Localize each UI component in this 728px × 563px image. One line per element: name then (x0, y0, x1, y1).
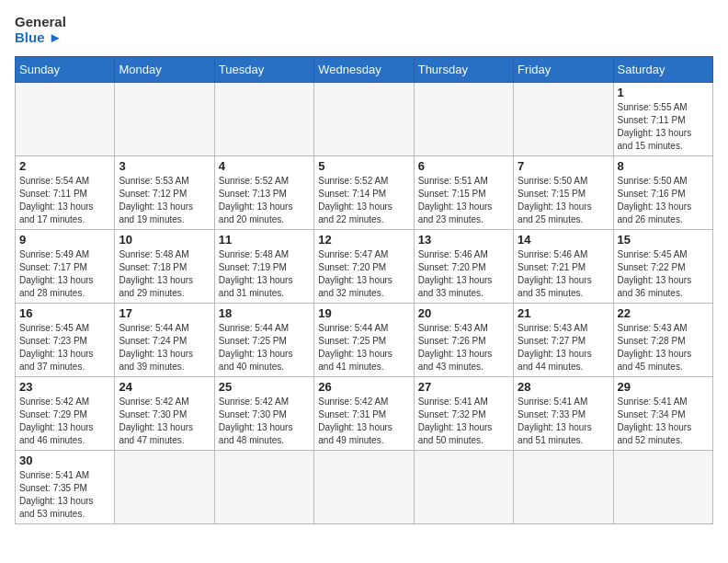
day-info: Sunrise: 5:48 AM Sunset: 7:18 PM Dayligh… (119, 248, 210, 300)
calendar-cell: 7Sunrise: 5:50 AM Sunset: 7:15 PM Daylig… (514, 156, 613, 230)
calendar-cell: 25Sunrise: 5:42 AM Sunset: 7:30 PM Dayli… (214, 377, 313, 451)
calendar-cell: 18Sunrise: 5:44 AM Sunset: 7:25 PM Dayli… (214, 304, 313, 377)
calendar-cell (16, 83, 115, 156)
day-number: 15 (618, 233, 709, 247)
calendar-cell: 13Sunrise: 5:46 AM Sunset: 7:20 PM Dayli… (414, 230, 513, 304)
day-number: 17 (119, 306, 210, 320)
day-info: Sunrise: 5:43 AM Sunset: 7:26 PM Dayligh… (418, 322, 509, 373)
day-number: 9 (19, 233, 110, 247)
calendar-cell: 14Sunrise: 5:46 AM Sunset: 7:21 PM Dayli… (514, 230, 613, 304)
calendar-cell: 21Sunrise: 5:43 AM Sunset: 7:27 PM Dayli… (514, 304, 613, 377)
calendar-cell (214, 83, 313, 156)
day-info: Sunrise: 5:46 AM Sunset: 7:20 PM Dayligh… (418, 248, 509, 300)
day-number: 2 (19, 159, 110, 173)
day-info: Sunrise: 5:43 AM Sunset: 7:27 PM Dayligh… (518, 322, 609, 373)
logo-general: General (15, 15, 66, 30)
weekday-header-saturday: Saturday (613, 57, 712, 83)
day-info: Sunrise: 5:53 AM Sunset: 7:12 PM Dayligh… (119, 175, 210, 226)
day-number: 8 (618, 159, 709, 173)
day-number: 30 (19, 454, 110, 467)
week-row: 1Sunrise: 5:55 AM Sunset: 7:11 PM Daylig… (16, 83, 713, 156)
calendar-cell (115, 451, 214, 524)
calendar-cell: 23Sunrise: 5:42 AM Sunset: 7:29 PM Dayli… (16, 377, 115, 451)
calendar-cell (414, 83, 513, 156)
calendar-cell: 6Sunrise: 5:51 AM Sunset: 7:15 PM Daylig… (414, 156, 513, 230)
calendar: SundayMondayTuesdayWednesdayThursdayFrid… (15, 56, 713, 524)
weekday-header-sunday: Sunday (16, 57, 115, 83)
calendar-cell: 11Sunrise: 5:48 AM Sunset: 7:19 PM Dayli… (214, 230, 313, 304)
week-row: 16Sunrise: 5:45 AM Sunset: 7:23 PM Dayli… (16, 304, 713, 377)
day-info: Sunrise: 5:42 AM Sunset: 7:29 PM Dayligh… (19, 396, 110, 447)
day-number: 12 (318, 233, 409, 247)
calendar-cell (115, 83, 214, 156)
day-info: Sunrise: 5:50 AM Sunset: 7:15 PM Dayligh… (518, 175, 609, 226)
day-info: Sunrise: 5:42 AM Sunset: 7:31 PM Dayligh… (318, 396, 409, 447)
day-info: Sunrise: 5:41 AM Sunset: 7:34 PM Dayligh… (618, 396, 709, 447)
day-number: 7 (518, 159, 609, 173)
logo-container: General Blue ► (15, 15, 66, 45)
calendar-cell: 10Sunrise: 5:48 AM Sunset: 7:18 PM Dayli… (115, 230, 214, 304)
day-info: Sunrise: 5:42 AM Sunset: 7:30 PM Dayligh… (119, 396, 210, 447)
calendar-cell: 15Sunrise: 5:45 AM Sunset: 7:22 PM Dayli… (613, 230, 712, 304)
day-number: 22 (618, 306, 709, 320)
logo: General Blue ► (15, 15, 66, 45)
day-number: 21 (518, 306, 609, 320)
day-number: 10 (119, 233, 210, 247)
calendar-cell: 20Sunrise: 5:43 AM Sunset: 7:26 PM Dayli… (414, 304, 513, 377)
calendar-cell (514, 451, 613, 524)
weekday-header-wednesday: Wednesday (314, 57, 414, 83)
day-info: Sunrise: 5:44 AM Sunset: 7:25 PM Dayligh… (219, 322, 310, 373)
day-number: 16 (19, 306, 110, 320)
day-info: Sunrise: 5:45 AM Sunset: 7:23 PM Dayligh… (19, 322, 110, 373)
calendar-cell (613, 451, 712, 524)
calendar-cell: 4Sunrise: 5:52 AM Sunset: 7:13 PM Daylig… (214, 156, 313, 230)
calendar-cell: 3Sunrise: 5:53 AM Sunset: 7:12 PM Daylig… (115, 156, 214, 230)
day-info: Sunrise: 5:43 AM Sunset: 7:28 PM Dayligh… (618, 322, 709, 373)
calendar-cell: 19Sunrise: 5:44 AM Sunset: 7:25 PM Dayli… (314, 304, 414, 377)
day-number: 1 (618, 86, 709, 99)
week-row: 9Sunrise: 5:49 AM Sunset: 7:17 PM Daylig… (16, 230, 713, 304)
day-info: Sunrise: 5:46 AM Sunset: 7:21 PM Dayligh… (518, 248, 609, 300)
day-info: Sunrise: 5:44 AM Sunset: 7:24 PM Dayligh… (119, 322, 210, 373)
weekday-header-thursday: Thursday (414, 57, 513, 83)
day-info: Sunrise: 5:54 AM Sunset: 7:11 PM Dayligh… (19, 175, 110, 226)
calendar-cell (414, 451, 513, 524)
week-row: 2Sunrise: 5:54 AM Sunset: 7:11 PM Daylig… (16, 156, 713, 230)
day-number: 27 (418, 380, 509, 394)
calendar-cell: 5Sunrise: 5:52 AM Sunset: 7:14 PM Daylig… (314, 156, 414, 230)
day-number: 11 (219, 233, 310, 247)
day-number: 29 (618, 380, 709, 394)
calendar-cell: 8Sunrise: 5:50 AM Sunset: 7:16 PM Daylig… (613, 156, 712, 230)
day-info: Sunrise: 5:48 AM Sunset: 7:19 PM Dayligh… (219, 248, 310, 300)
logo-blue: Blue ► (15, 30, 66, 46)
weekday-header-friday: Friday (514, 57, 613, 83)
day-info: Sunrise: 5:45 AM Sunset: 7:22 PM Dayligh… (618, 248, 709, 300)
weekday-header-monday: Monday (115, 57, 214, 83)
day-number: 25 (219, 380, 310, 394)
day-number: 20 (418, 306, 509, 320)
day-info: Sunrise: 5:44 AM Sunset: 7:25 PM Dayligh… (318, 322, 409, 373)
calendar-cell: 2Sunrise: 5:54 AM Sunset: 7:11 PM Daylig… (16, 156, 115, 230)
day-number: 24 (119, 380, 210, 394)
day-info: Sunrise: 5:49 AM Sunset: 7:17 PM Dayligh… (19, 248, 110, 300)
week-row: 23Sunrise: 5:42 AM Sunset: 7:29 PM Dayli… (16, 377, 713, 451)
day-info: Sunrise: 5:50 AM Sunset: 7:16 PM Dayligh… (618, 175, 709, 226)
calendar-cell: 17Sunrise: 5:44 AM Sunset: 7:24 PM Dayli… (115, 304, 214, 377)
calendar-cell: 26Sunrise: 5:42 AM Sunset: 7:31 PM Dayli… (314, 377, 414, 451)
calendar-cell: 24Sunrise: 5:42 AM Sunset: 7:30 PM Dayli… (115, 377, 214, 451)
day-info: Sunrise: 5:42 AM Sunset: 7:30 PM Dayligh… (219, 396, 310, 447)
calendar-cell: 28Sunrise: 5:41 AM Sunset: 7:33 PM Dayli… (514, 377, 613, 451)
day-number: 3 (119, 159, 210, 173)
day-number: 26 (318, 380, 409, 394)
calendar-cell (514, 83, 613, 156)
day-info: Sunrise: 5:41 AM Sunset: 7:32 PM Dayligh… (418, 396, 509, 447)
calendar-cell: 16Sunrise: 5:45 AM Sunset: 7:23 PM Dayli… (16, 304, 115, 377)
day-info: Sunrise: 5:51 AM Sunset: 7:15 PM Dayligh… (418, 175, 509, 226)
day-number: 6 (418, 159, 509, 173)
header: General Blue ► (15, 15, 713, 45)
calendar-cell: 30Sunrise: 5:41 AM Sunset: 7:35 PM Dayli… (16, 451, 115, 524)
day-info: Sunrise: 5:41 AM Sunset: 7:35 PM Dayligh… (19, 469, 110, 521)
weekday-header-tuesday: Tuesday (214, 57, 313, 83)
calendar-cell: 29Sunrise: 5:41 AM Sunset: 7:34 PM Dayli… (613, 377, 712, 451)
day-info: Sunrise: 5:47 AM Sunset: 7:20 PM Dayligh… (318, 248, 409, 300)
